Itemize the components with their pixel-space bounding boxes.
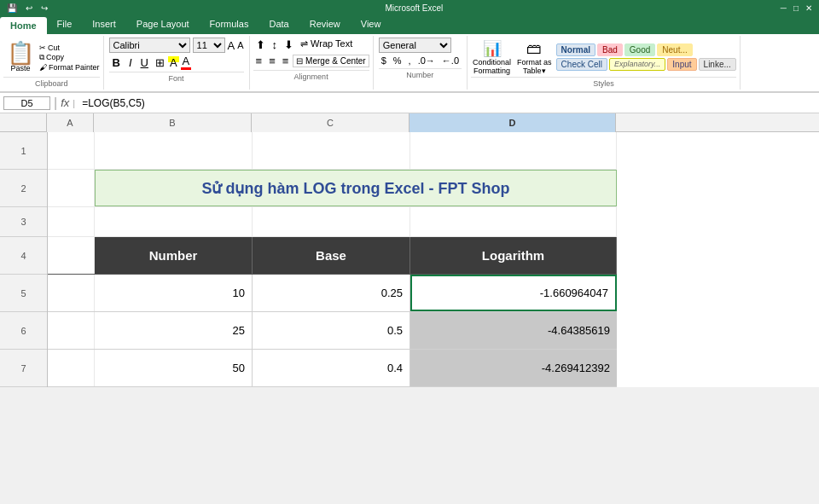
copy-button[interactable]: ⧉ Copy	[39, 53, 100, 62]
close-btn[interactable]: ✕	[805, 3, 812, 13]
align-bottom-button[interactable]: ⬇	[282, 38, 296, 52]
cell-c7[interactable]: 0.4	[253, 350, 410, 386]
cell-b4-header[interactable]: Number	[95, 237, 253, 274]
cell-a6[interactable]	[48, 312, 95, 349]
quick-undo-icon[interactable]: ↩	[26, 3, 32, 13]
align-middle-button[interactable]: ↕	[270, 38, 281, 52]
cell-a2[interactable]	[48, 170, 95, 206]
cell-c6[interactable]: 0.5	[253, 312, 410, 349]
row-header-2[interactable]: 2	[0, 170, 47, 207]
cell-b7[interactable]: 50	[95, 350, 253, 386]
cell-title[interactable]: Sử dụng hàm LOG trong Excel - FPT Shop	[95, 170, 617, 206]
row-header-5[interactable]: 5	[0, 275, 47, 312]
style-normal-button[interactable]: Normal	[556, 43, 595, 56]
cell-b6[interactable]: 25	[95, 312, 253, 349]
col-header-a[interactable]: A	[47, 113, 94, 132]
table-row: 25 0.5 -4.64385619	[48, 312, 617, 350]
formula-input[interactable]	[78, 96, 816, 110]
cell-c1[interactable]	[253, 132, 410, 169]
cell-b5[interactable]: 10	[95, 275, 253, 311]
font-size-select[interactable]: 11	[193, 38, 225, 53]
style-explanatory-button[interactable]: Explanatory...	[609, 58, 665, 71]
paste-label: Paste	[10, 64, 30, 72]
font-shrink-button[interactable]: A	[237, 40, 243, 50]
tab-page-layout[interactable]: Page Layout	[126, 15, 200, 34]
merge-center-button[interactable]: ⊟ Merge & Center	[293, 55, 369, 67]
cut-label: Cut	[48, 43, 60, 52]
paste-button[interactable]: 📋 Paste	[3, 40, 38, 74]
styles-group-label: Styles	[471, 77, 736, 88]
cell-d3[interactable]	[410, 207, 617, 236]
formula-bar-separator: |	[54, 96, 57, 111]
format-painter-button[interactable]: 🖌 Format Painter	[39, 63, 100, 72]
align-center-button[interactable]: ≡	[266, 54, 278, 68]
cell-b1[interactable]	[95, 132, 253, 169]
quick-redo-icon[interactable]: ↪	[41, 3, 48, 13]
tab-data[interactable]: Data	[258, 15, 299, 34]
wrap-text-button[interactable]: ⇌ Wrap Text	[298, 38, 355, 52]
cell-d6[interactable]: -4.64385619	[410, 312, 617, 349]
format-as-table-button[interactable]: 🗃 Format as Table▾	[515, 38, 554, 77]
align-left-button[interactable]: ≡	[253, 54, 265, 68]
quick-save-icon[interactable]: 💾	[7, 3, 17, 13]
tab-home[interactable]: Home	[0, 17, 47, 34]
row-header-4[interactable]: 4	[0, 237, 47, 275]
cell-a5[interactable]	[48, 275, 95, 311]
tab-view[interactable]: View	[351, 15, 392, 34]
col-header-d[interactable]: D	[410, 113, 616, 132]
decrease-decimal-button[interactable]: ←.0	[439, 55, 462, 67]
style-neutral-button[interactable]: Neut...	[657, 43, 692, 56]
row-header-3[interactable]: 3	[0, 207, 47, 237]
font-family-select[interactable]: Calibri	[109, 38, 190, 53]
cell-reference-input[interactable]	[3, 96, 50, 110]
increase-decimal-button[interactable]: .0→	[415, 55, 438, 67]
currency-button[interactable]: $	[379, 55, 389, 67]
row-header-7[interactable]: 7	[0, 350, 47, 387]
minimize-btn[interactable]: ─	[781, 3, 787, 13]
cell-a4[interactable]	[48, 237, 95, 274]
maximize-btn[interactable]: □	[793, 3, 799, 13]
col-base-header: Base	[316, 248, 346, 263]
col-header-b[interactable]: B	[94, 113, 252, 132]
border-button[interactable]: ⊞	[154, 56, 166, 69]
row-column-corner	[0, 113, 47, 131]
conditional-formatting-button[interactable]: 📊 Conditional Formatting	[471, 38, 513, 77]
underline-button[interactable]: U	[137, 55, 152, 70]
cell-d5-value: -1.660964047	[540, 287, 608, 299]
cell-d5[interactable]: -1.660964047	[410, 275, 617, 311]
cell-c3[interactable]	[253, 207, 410, 236]
tab-file[interactable]: File	[47, 15, 83, 34]
style-bad-button[interactable]: Bad	[597, 43, 623, 56]
style-check-cell-button[interactable]: Check Cell	[556, 58, 607, 71]
italic-button[interactable]: I	[125, 55, 136, 70]
row-header-1[interactable]: 1	[0, 132, 47, 170]
style-linked-button[interactable]: Linke...	[699, 58, 736, 71]
col-header-c[interactable]: C	[252, 113, 410, 132]
cell-a3[interactable]	[48, 207, 95, 236]
cell-a1[interactable]	[48, 132, 95, 169]
app-title: Microsoft Excel	[386, 3, 444, 13]
bold-button[interactable]: B	[109, 55, 124, 70]
fill-color-button[interactable]: A	[168, 56, 179, 69]
row-header-6[interactable]: 6	[0, 312, 47, 350]
cell-c5[interactable]: 0.25	[253, 275, 410, 311]
style-good-button[interactable]: Good	[624, 43, 655, 56]
align-right-button[interactable]: ≡	[280, 54, 292, 68]
font-grow-button[interactable]: A	[228, 39, 235, 52]
tab-insert[interactable]: Insert	[82, 15, 126, 34]
align-top-button[interactable]: ⬆	[253, 38, 268, 52]
cut-button[interactable]: ✂ Cut	[39, 43, 100, 52]
comma-button[interactable]: ,	[406, 55, 414, 67]
cell-d1[interactable]	[410, 132, 617, 169]
cell-c4-header[interactable]: Base	[253, 237, 410, 274]
number-format-select[interactable]: General	[379, 38, 451, 53]
tab-review[interactable]: Review	[299, 15, 351, 34]
cell-a7[interactable]	[48, 350, 95, 386]
cell-d7[interactable]: -4.269412392	[410, 350, 617, 386]
cell-d4-header[interactable]: Logarithm	[410, 237, 617, 274]
cell-b3[interactable]	[95, 207, 253, 236]
style-input-button[interactable]: Input	[667, 58, 696, 71]
font-color-button[interactable]: A	[181, 55, 192, 70]
percent-button[interactable]: %	[391, 55, 404, 67]
tab-formulas[interactable]: Formulas	[200, 15, 259, 34]
